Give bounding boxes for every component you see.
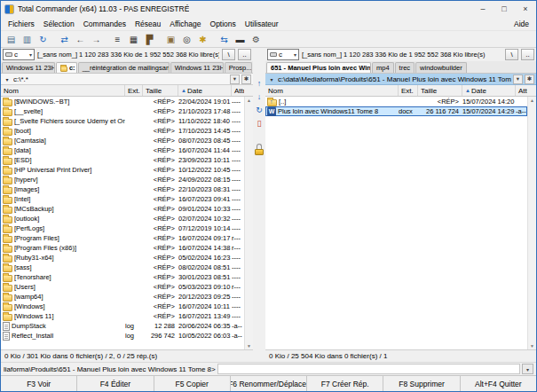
forward-icon[interactable]: →	[89, 32, 104, 46]
f6-move-button[interactable]: F6 Renommer/Déplacer	[231, 376, 307, 391]
menu-options[interactable]: Options	[206, 19, 241, 29]
file-row[interactable]: [Ruby31-x64]<RÉP>05/02/2024 16:23----	[1, 253, 244, 263]
menu-utilisateur[interactable]: Utilisateur	[241, 19, 283, 29]
left-current-path[interactable]: c:\*.*	[13, 75, 228, 83]
refresh-icon[interactable]: ↻	[36, 32, 51, 46]
lock-icon[interactable]	[255, 144, 264, 155]
terminal-icon[interactable]: ▬	[233, 32, 248, 46]
back-icon[interactable]: ←	[73, 32, 88, 46]
file-row[interactable]: DumpStacklog12 28820/06/2024 06:35-a--	[1, 321, 244, 331]
menu-commandes[interactable]: Commandes	[79, 19, 130, 29]
column-header-ext[interactable]: Ext.	[399, 85, 418, 96]
menu-aide[interactable]: Aide	[509, 19, 533, 29]
file-row[interactable]: [Windows 11]<RÉP>16/07/2021 13:49----	[1, 311, 244, 321]
column-header-attr[interactable]: Attr.	[516, 85, 527, 96]
file-row[interactable]: [boot]<RÉP>17/10/2023 14:45----	[1, 126, 244, 136]
file-row[interactable]: [ESD]<RÉP>23/09/2023 10:11----	[1, 155, 244, 165]
menu-reseau[interactable]: Réseau	[130, 19, 165, 29]
file-row[interactable]: [Intel]<RÉP>16/07/2023 09:41----	[1, 194, 244, 204]
menu-fichiers[interactable]: Fichiers	[4, 19, 39, 29]
left-parent-dir-button[interactable]: ..	[238, 49, 251, 60]
column-header-date[interactable]: ▲Date	[462, 85, 516, 96]
tab-trec[interactable]: trec	[395, 62, 415, 73]
sync-dirs-icon[interactable]: ⇆	[217, 32, 232, 46]
full-view-icon[interactable]: ▦	[126, 32, 141, 46]
tab-prosp[interactable]: Prosp...	[225, 62, 252, 73]
scroll-down-icon[interactable]: ▼	[530, 343, 534, 349]
tab-reintegration-de-mailingsans4[interactable]: __réintégration de mailingsans4...	[78, 62, 170, 73]
file-row[interactable]: [wamp64]<RÉP>20/12/2023 09:25----	[1, 292, 244, 302]
command-input[interactable]	[217, 364, 520, 374]
file-row[interactable]: [data]<RÉP>16/07/2024 11:44----	[1, 145, 244, 155]
dir-menu-icon[interactable]: ▾	[3, 76, 12, 82]
file-row[interactable]: [Camtasia]<RÉP>08/07/2023 08:45----	[1, 136, 244, 145]
right-scrollbar[interactable]: ▲ ▼	[527, 97, 536, 349]
mark-file-icon[interactable]: ▯	[254, 118, 265, 129]
tab-windowbuilder[interactable]: windowbuilder	[415, 62, 467, 73]
column-header-taille[interactable]: Taille	[143, 85, 178, 96]
menu-selection[interactable]: Sélection	[39, 19, 79, 29]
command-history-dropdown[interactable]: ▾	[522, 364, 533, 374]
left-dir-history-button[interactable]: ▾	[230, 74, 240, 84]
tab-windows-11-23h2[interactable]: Windows 11 23H2	[170, 62, 224, 73]
tab-651-manuel-plus-loin-avec-wind[interactable]: 651 - Manuel Plus loin avec Wind...	[266, 62, 371, 73]
scroll-up-icon[interactable]: ▲	[530, 98, 534, 103]
f3-view-button[interactable]: F3 Voir	[1, 376, 77, 391]
file-row[interactable]: [HP Universal Print Driver]<RÉP>10/12/20…	[1, 165, 244, 175]
ftp-connect-icon[interactable]: ▤	[4, 32, 19, 46]
file-row[interactable]: [$WINDOWS.~BT]<RÉP>22/04/2024 19:01----	[1, 97, 244, 106]
column-header-nom[interactable]: Nom	[265, 85, 399, 96]
search-icon[interactable]: ◎	[179, 32, 194, 46]
file-row[interactable]: [images]<RÉP>22/10/2023 08:31----	[1, 184, 244, 194]
move-up-icon[interactable]: ↑	[254, 78, 265, 89]
copy-attributes-icon[interactable]: ▣	[163, 32, 178, 46]
file-row[interactable]: [Tenorshare]<RÉP>30/01/2023 08:51----	[1, 272, 244, 282]
file-row[interactable]: [Users]<RÉP>05/03/2023 09:10r---	[1, 282, 244, 292]
maximize-button[interactable]: □	[494, 1, 515, 17]
file-row[interactable]: [outlook]<RÉP>02/07/2024 10:32----	[1, 214, 244, 223]
file-row[interactable]: Reflect_Installlog296 74210/05/2022 06:0…	[1, 331, 244, 341]
minimize-button[interactable]: –	[472, 1, 494, 17]
right-drive-selector[interactable]: c ▾	[267, 49, 299, 60]
refresh-list-icon[interactable]: ↻	[254, 105, 265, 115]
file-row[interactable]: WPlus loin avec Windows11 Tome 8docx26 1…	[265, 106, 527, 116]
title-bar[interactable]: Total Commander (x64) 11.03 - PAS ENREGI…	[1, 1, 536, 17]
tab-c[interactable]: c:	[56, 62, 77, 73]
alt-f4-quit-button[interactable]: Alt+F4 Quitter	[461, 376, 536, 391]
right-current-path[interactable]: c:\data\Mediaforma\Produits\651 - Manuel…	[278, 75, 511, 83]
settings-icon[interactable]: ⚙	[249, 32, 264, 46]
move-down-icon[interactable]: ↓	[254, 91, 265, 102]
column-header-nom[interactable]: Nom	[1, 85, 125, 96]
column-header-date[interactable]: ▲Date	[178, 85, 232, 96]
brief-view-icon[interactable]: ≡	[110, 32, 125, 46]
left-drive-selector[interactable]: c ▾	[3, 49, 35, 60]
right-dir-favorites-button[interactable]: ✱	[525, 74, 534, 84]
menu-affichage[interactable]: Affichage	[165, 19, 205, 29]
left-dir-favorites-button[interactable]: ✱	[241, 74, 251, 84]
left-scrollbar[interactable]: ▲ ▼	[244, 97, 253, 349]
ftp-disconnect-icon[interactable]: ▥	[20, 32, 35, 46]
column-header-attr[interactable]: Attr.	[232, 85, 244, 96]
right-root-dir-button[interactable]: \	[505, 49, 518, 60]
file-row[interactable]: [__svelte]<RÉP>21/10/2023 17:48----	[1, 106, 244, 116]
close-button[interactable]: ×	[515, 1, 536, 17]
file-row[interactable]: [..]<RÉP>15/07/2024 14:20	[265, 97, 527, 106]
right-parent-dir-button[interactable]: ..	[521, 49, 534, 60]
tab-mp4[interactable]: mp4	[372, 62, 394, 73]
tab-windows-11-23h2[interactable]: Windows 11 23H2	[2, 62, 55, 73]
swap-panels-icon[interactable]: ⇄	[57, 32, 72, 46]
file-row[interactable]: [Program Files (x86)]<RÉP>16/07/2024 14:…	[1, 243, 244, 253]
dir-menu-icon[interactable]: ▾	[267, 76, 276, 82]
right-dir-history-button[interactable]: ▾	[513, 74, 523, 84]
f7-mkdir-button[interactable]: F7 Créer Rép.	[307, 376, 383, 391]
column-header-taille[interactable]: Taille	[418, 85, 462, 96]
file-row[interactable]: [sass]<RÉP>08/02/2024 08:51----	[1, 263, 244, 272]
file-row[interactable]: [Windows]<RÉP>16/07/2024 10:11----	[1, 302, 244, 311]
f5-copy-button[interactable]: F5 Copier	[154, 376, 231, 391]
scroll-down-icon[interactable]: ▼	[247, 343, 251, 349]
file-row[interactable]: [PerfLogs]<RÉP>07/12/2019 10:14----	[1, 223, 244, 233]
file-row[interactable]: [hyperv]<RÉP>24/09/2022 08:15----	[1, 175, 244, 184]
file-row[interactable]: [MCsBackup]<RÉP>09/01/2024 10:33----	[1, 204, 244, 214]
f4-edit-button[interactable]: F4 Éditer	[77, 376, 154, 391]
column-header-ext[interactable]: Ext.	[125, 85, 143, 96]
